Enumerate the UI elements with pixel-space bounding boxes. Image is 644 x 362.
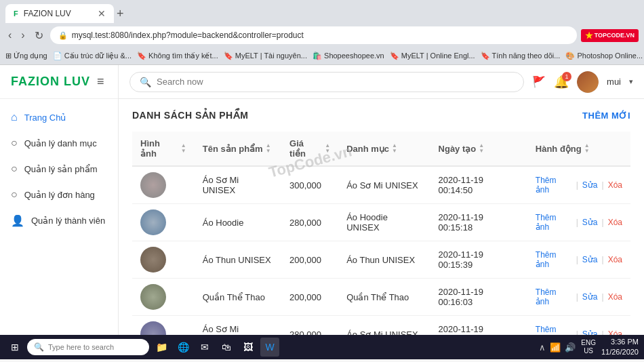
- cell-ten-4: Quần Thể Thao: [195, 279, 281, 316]
- taskbar-tray-icons: ∧ 📶 🔊: [539, 342, 576, 353]
- cell-danh-muc-1: Áo Sơ Mi UNISEX: [338, 166, 430, 204]
- search-input[interactable]: [157, 77, 514, 87]
- taskbar: ⊞ 🔍 📁 🌐 ✉ 🛍 🖼 W ∧ 📶 🔊 ENGUS 3:36 PM 11/2…: [0, 335, 644, 359]
- sort-arrows-hinh-anh[interactable]: ▲▼: [181, 143, 186, 154]
- table-row: Áo Hoodie 280,000 Áo Hoodie UNISEX 2020-…: [132, 204, 630, 241]
- taskbar-app-word[interactable]: W: [260, 338, 279, 357]
- action-xoa-5[interactable]: Xóa: [608, 329, 622, 335]
- sidebar-item-trang-chu[interactable]: ⌂ Trang Chủ: [0, 104, 118, 130]
- sidebar-item-quan-ly-danh-muc[interactable]: ○ Quản lý danh mục: [0, 130, 118, 156]
- cell-image-1: [132, 166, 195, 204]
- sort-arrows-ten[interactable]: ▲▼: [266, 143, 271, 154]
- bookmark-5[interactable]: 🔖 MyELT | Online Engl...: [390, 52, 475, 60]
- tray-up-arrow[interactable]: ∧: [539, 342, 546, 353]
- content-area: TopCode.vn DANH SÁCH SẢN PHẨM THÊM MỚI H…: [119, 99, 644, 335]
- flag-icon[interactable]: 🚩: [532, 75, 546, 88]
- bookmark-2[interactable]: 🔖 Không tìm thấy kết...: [137, 52, 218, 60]
- action-sua-4[interactable]: Sửa: [582, 292, 598, 302]
- table-row: Áo Sơ Mi UNISEX 280,000 Áo Sơ Mi UNISEX …: [132, 316, 630, 336]
- user-avatar[interactable]: [577, 71, 599, 93]
- action-xoa-3[interactable]: Xóa: [608, 255, 622, 264]
- start-button[interactable]: ⊞: [5, 339, 24, 355]
- cell-danh-muc-3: Áo Thun UNISEX: [338, 241, 430, 279]
- add-new-button[interactable]: THÊM MỚI: [582, 110, 630, 121]
- logo-text: FAZION LUV: [11, 75, 90, 89]
- taskbar-app-store[interactable]: 🛍: [217, 338, 236, 357]
- sidebar-item-label: Quản lý danh mục: [24, 138, 97, 148]
- taskbar-language[interactable]: ENGUS: [581, 339, 596, 355]
- cell-ngay-1: 2020-11-19 00:14:50: [430, 166, 527, 204]
- col-gia-tien: Giá tiền ▲▼: [281, 132, 338, 166]
- action-them-anh-3[interactable]: Thêm ảnh: [536, 250, 572, 269]
- sort-arrows-hanh-dong[interactable]: ▲▼: [584, 143, 590, 154]
- search-box[interactable]: 🔍: [129, 72, 524, 92]
- sort-arrows-danh-muc[interactable]: ▲▼: [392, 143, 397, 154]
- menu-icon[interactable]: ≡: [97, 75, 104, 89]
- product-image-2: [140, 209, 166, 235]
- header-icons: 🚩 🔔 1 mui ▾: [532, 71, 633, 93]
- taskbar-app-files[interactable]: 📁: [152, 338, 171, 357]
- new-tab-button[interactable]: +: [117, 7, 124, 21]
- action-them-anh-5[interactable]: Thêm ảnh: [536, 325, 572, 335]
- action-sua-2[interactable]: Sửa: [582, 218, 598, 227]
- sort-arrows-ngay[interactable]: ▲▼: [479, 143, 484, 154]
- address-bar[interactable]: 🔒 mysql.test:8080/index.php?module=backe…: [50, 26, 577, 44]
- action-xoa-2[interactable]: Xóa: [608, 218, 622, 227]
- avatar-image: [577, 71, 599, 93]
- product-table: Hình ảnh ▲▼ Tên sản phẩm ▲▼: [132, 132, 630, 335]
- bookmark-apps[interactable]: ⊞ Ứng dụng: [5, 52, 47, 60]
- bookmarks-bar: ⊞ Ứng dụng 📄 Cấu trúc dữ liệu &... 🔖 Khô…: [0, 47, 644, 65]
- product-image-4: [140, 284, 166, 310]
- action-sua-5[interactable]: Sửa: [582, 329, 598, 335]
- cell-ngay-3: 2020-11-19 00:15:39: [430, 241, 527, 279]
- tray-volume[interactable]: 🔊: [565, 342, 576, 353]
- col-hanh-dong: Hành động ▲▼: [527, 132, 630, 166]
- notification-bell[interactable]: 🔔 1: [554, 75, 569, 89]
- product-image-5: [140, 321, 166, 335]
- tray-wifi[interactable]: 📶: [550, 342, 561, 353]
- separator-2-2: |: [602, 218, 604, 227]
- back-button[interactable]: ‹: [5, 28, 14, 43]
- user-dropdown-arrow[interactable]: ▾: [629, 77, 633, 86]
- cell-ten-3: Áo Thun UNISEX: [195, 241, 281, 279]
- action-them-anh-4[interactable]: Thêm ảnh: [536, 287, 572, 306]
- bookmark-1[interactable]: 📄 Cấu trúc dữ liệu &...: [53, 52, 132, 60]
- separator-1-4: |: [576, 292, 578, 302]
- bookmark-3[interactable]: 🔖 MyELT | Tài nguyên...: [224, 52, 307, 60]
- forward-button[interactable]: ›: [18, 28, 27, 43]
- taskbar-date-value: 11/26/2020: [601, 347, 639, 357]
- tab-close-button[interactable]: ✕: [98, 8, 106, 19]
- sidebar-item-quan-ly-thanh-vien[interactable]: 👤 Quản lý thành viên: [0, 207, 118, 234]
- taskbar-search-box[interactable]: 🔍: [27, 339, 149, 355]
- sidebar-item-label: Quản lý đơn hàng: [24, 190, 95, 200]
- sidebar-item-quan-ly-san-pham[interactable]: ○ Quản lý sản phẩm: [0, 156, 118, 182]
- taskbar-clock[interactable]: 3:36 PM 11/26/2020: [601, 337, 639, 358]
- tab-title: FAZION LUV: [24, 9, 71, 18]
- bookmark-6[interactable]: 🔖 Tính năng theo dõi...: [481, 52, 561, 60]
- action-sua-3[interactable]: Sửa: [582, 255, 598, 264]
- action-sua-1[interactable]: Sửa: [582, 180, 598, 190]
- taskbar-pinned-apps: 📁 🌐 ✉ 🛍 🖼 W: [152, 338, 279, 357]
- user-name: mui: [607, 77, 621, 87]
- browser-tab[interactable]: F FAZION LUV ✕: [5, 4, 114, 23]
- table-row: Quần Thể Thao 200,000 Quần Thể Thao 2020…: [132, 279, 630, 316]
- col-ten-san-pham: Tên sản phẩm ▲▼: [195, 132, 281, 166]
- taskbar-app-photos[interactable]: 🖼: [239, 338, 258, 357]
- cell-ngay-2: 2020-11-19 00:15:18: [430, 204, 527, 241]
- circle-icon-1: ○: [11, 137, 18, 149]
- bookmark-4[interactable]: 🛍️ Shopeeshopee.vn: [313, 52, 384, 60]
- reload-button[interactable]: ↻: [32, 28, 46, 43]
- bookmark-7[interactable]: 🎨 Photoshop Online...: [565, 52, 643, 60]
- action-links-1: Thêm ảnh | Sửa | Xóa: [536, 176, 622, 195]
- action-xoa-1[interactable]: Xóa: [608, 180, 622, 190]
- action-them-anh-1[interactable]: Thêm ảnh: [536, 176, 572, 195]
- sidebar-item-quan-ly-don-hang[interactable]: ○ Quản lý đơn hàng: [0, 182, 118, 207]
- sort-arrows-gia[interactable]: ▲▼: [325, 143, 330, 154]
- taskbar-search-input[interactable]: [48, 343, 142, 351]
- taskbar-app-mail[interactable]: ✉: [195, 338, 214, 357]
- sidebar: FAZION LUV ≡ ⌂ Trang Chủ ○ Quản lý danh …: [0, 65, 119, 335]
- action-them-anh-2[interactable]: Thêm ảnh: [536, 213, 572, 232]
- taskbar-app-edge[interactable]: 🌐: [174, 338, 193, 357]
- separator-2-4: |: [602, 292, 604, 302]
- action-xoa-4[interactable]: Xóa: [608, 292, 622, 302]
